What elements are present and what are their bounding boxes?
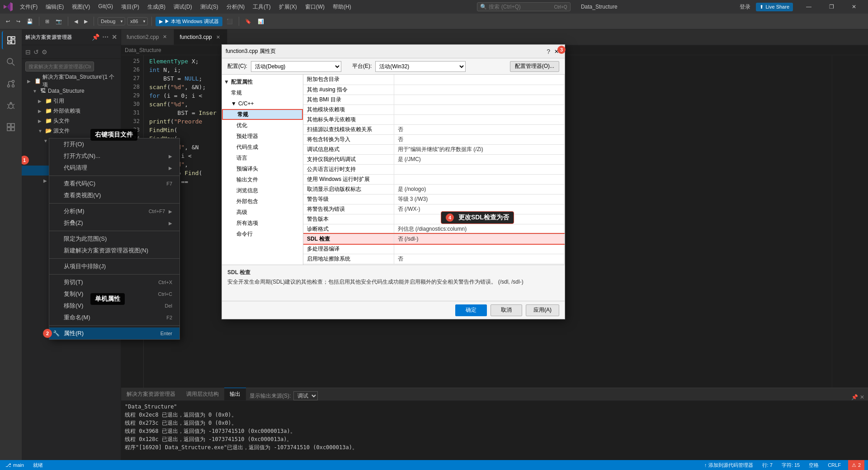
menu-test[interactable]: 测试(S) bbox=[197, 1, 222, 13]
menu-project[interactable]: 项目(P) bbox=[118, 1, 143, 13]
status-errors[interactable]: ⚠ 2 bbox=[848, 460, 864, 470]
menu-git[interactable]: Git(G) bbox=[94, 1, 117, 13]
toolbar-back[interactable]: ◀ bbox=[72, 17, 80, 26]
prop-diagnostics[interactable]: 诊断格式 列信息 (/diagnostics:column) bbox=[303, 224, 565, 234]
menu-tools[interactable]: 工具(T) bbox=[249, 1, 274, 13]
toolbar-chart[interactable]: 📊 bbox=[255, 17, 266, 26]
prop-sdl[interactable]: SDL 检查 否 (/sdl-) bbox=[303, 234, 565, 244]
prop-clr[interactable]: 公共语言运行时支持 bbox=[303, 164, 565, 174]
sidebar-item-external-deps[interactable]: ▶ 📁 外部依赖项 bbox=[22, 106, 121, 116]
toolbar-cam[interactable]: 📷 bbox=[53, 17, 64, 26]
tab-function2-close[interactable]: ✕ bbox=[161, 33, 168, 40]
sidebar-item-references[interactable]: ▶ 📁 引用 bbox=[22, 96, 121, 106]
dialog-tree-precompiled[interactable]: 预编译头 bbox=[222, 163, 303, 174]
context-exclude[interactable]: 从项目中排除(J) bbox=[121, 261, 179, 272]
sidebar-close-icon[interactable]: ✕ bbox=[112, 33, 118, 41]
solution-node[interactable]: ▶ 📋 解决方案'Data_Structure'(1 个项 bbox=[22, 76, 121, 86]
prop-warning-level[interactable]: 警告等级 等级 3 (/W3) bbox=[303, 194, 565, 204]
prop-convert-include[interactable]: 将包含转换为导入 否 bbox=[303, 134, 565, 144]
toolbar-git[interactable]: ⊞ bbox=[43, 17, 52, 26]
activity-explorer[interactable] bbox=[2, 31, 20, 49]
prop-scan-source[interactable]: 扫描源以查找模块依赖关系 否 bbox=[303, 124, 565, 134]
context-view-code[interactable]: 查看代码(C) F7 bbox=[121, 178, 179, 190]
menu-analyze[interactable]: 分析(N) bbox=[223, 1, 249, 13]
context-copy[interactable]: 复制(V) Ctrl+C bbox=[121, 288, 179, 300]
sidebar-pin-icon[interactable]: 📌 bbox=[92, 33, 100, 41]
menu-view[interactable]: 视图(V) bbox=[68, 1, 94, 13]
output-panel-close[interactable]: ✕ bbox=[860, 394, 864, 400]
tab-function2[interactable]: function2.cpp ✕ bbox=[121, 29, 174, 45]
dialog-tree-cpp[interactable]: ▼ C/C++ bbox=[222, 98, 303, 109]
tab-call-hierarchy[interactable]: 调用层次结构 bbox=[181, 388, 224, 400]
toolbar-redo[interactable]: ↪ bbox=[14, 17, 23, 26]
maximize-button[interactable]: ❐ bbox=[821, 0, 842, 14]
live-share-button[interactable]: ⬆ Live Share bbox=[756, 3, 793, 11]
sidebar-item-headers[interactable]: ▶ 📁 头文件 bbox=[22, 116, 121, 126]
dialog-tree-external[interactable]: 外部包含 bbox=[222, 196, 303, 207]
dialog-cancel-button[interactable]: 取消 bbox=[491, 304, 522, 316]
status-indent[interactable]: 空格 bbox=[807, 460, 821, 470]
context-scope[interactable]: 限定为此范围(S) bbox=[121, 233, 179, 245]
debug-config-select[interactable]: Debug bbox=[98, 17, 125, 25]
status-crlf[interactable]: CRLF bbox=[826, 460, 843, 470]
context-collapse[interactable]: 折叠(Z) ▶ bbox=[121, 217, 179, 229]
menu-file[interactable]: 文件(F) bbox=[16, 1, 41, 13]
menu-extensions[interactable]: 扩展(X) bbox=[275, 1, 301, 13]
close-button[interactable]: ✕ bbox=[844, 0, 864, 14]
context-remove[interactable]: 移除(V) Del bbox=[121, 300, 179, 312]
status-line[interactable]: 行: 7 bbox=[760, 460, 774, 470]
context-cut[interactable]: 剪切(T) Ctrl+X bbox=[121, 276, 179, 288]
context-properties[interactable]: 🔧 属性(R) Enter 2 bbox=[121, 328, 179, 339]
prop-other-using[interactable]: 其他 #using 指令 bbox=[303, 85, 565, 95]
prop-debug-format[interactable]: 调试信息格式 用于"编辑并继续"的程序数据库 (/Zi) bbox=[303, 144, 565, 154]
dialog-tree-optimize[interactable]: 优化 bbox=[222, 120, 303, 131]
toolbar-breakpoint[interactable]: 🔖 bbox=[243, 17, 254, 26]
dialog-tree-advanced[interactable]: 高级 bbox=[222, 207, 303, 218]
dialog-tree-cpp-general[interactable]: 常规 3 bbox=[222, 109, 303, 120]
prop-module-dep[interactable]: 其他模块依赖项 bbox=[303, 104, 565, 114]
dialog-tree-language[interactable]: 语言 bbox=[222, 152, 303, 163]
menu-window[interactable]: 窗口(W) bbox=[302, 1, 328, 13]
dialog-tree-output[interactable]: 输出文件 bbox=[222, 174, 303, 185]
tab-function3[interactable]: function3.cpp ✕ bbox=[174, 29, 227, 45]
prop-warning-version[interactable]: 警告版本 bbox=[303, 214, 565, 224]
dialog-confirm-button[interactable]: 确定 bbox=[455, 304, 487, 316]
login-button[interactable]: 登录 bbox=[740, 3, 750, 11]
dialog-platform-select[interactable]: 活动(Win32) bbox=[375, 61, 466, 72]
menu-build[interactable]: 生成(B) bbox=[144, 1, 169, 13]
status-char[interactable]: 字符: 15 bbox=[780, 460, 802, 470]
sidebar-search-input[interactable] bbox=[25, 62, 94, 71]
dialog-tree-preprocessor[interactable]: 预处理器 bbox=[222, 131, 303, 142]
platform-select[interactable]: x86 bbox=[127, 17, 148, 25]
run-debugger-button[interactable]: ▶ ▶ 本地 Windows 调试器 bbox=[156, 17, 222, 26]
activity-git[interactable] bbox=[2, 75, 20, 93]
menu-edit[interactable]: 编辑(E) bbox=[42, 1, 67, 13]
status-ready[interactable]: 就绪 bbox=[31, 460, 45, 470]
tab-function3-close[interactable]: ✕ bbox=[215, 34, 222, 41]
prop-asan[interactable]: 启用地址擦除系统 否 bbox=[303, 254, 565, 264]
prop-header-unit[interactable]: 其他标头单元依赖项 bbox=[303, 114, 565, 124]
toolbar-target[interactable]: ⬛ bbox=[224, 17, 235, 26]
prop-winrt[interactable]: 使用 Windows 运行时扩展 bbox=[303, 174, 565, 184]
dialog-tree-all-options[interactable]: 所有选项 bbox=[222, 218, 303, 228]
prop-bmi[interactable]: 其他 BMI 目录 bbox=[303, 95, 565, 104]
prop-additional-include[interactable]: 附加包含目录 bbox=[303, 75, 565, 85]
context-code-cleanup[interactable]: 代码清理 ▶ bbox=[121, 162, 179, 174]
output-source-select[interactable]: 调试 bbox=[293, 391, 318, 400]
context-rename[interactable]: 重命名(M) F2 bbox=[121, 312, 179, 323]
toolbar-undo[interactable]: ↩ bbox=[4, 17, 12, 26]
sidebar-collapse-icon[interactable]: ⊟ bbox=[25, 48, 31, 56]
toolbar-save[interactable]: 💾 bbox=[24, 17, 35, 26]
output-panel-pin[interactable]: 📌 bbox=[851, 394, 858, 400]
dialog-apply-button[interactable]: 应用(A) bbox=[526, 304, 559, 316]
dialog-tree-browse[interactable]: 浏览信息 bbox=[222, 185, 303, 196]
dialog-tree-config-props[interactable]: ▼ 配置属性 bbox=[222, 76, 303, 87]
menu-help[interactable]: 帮助(H) bbox=[329, 1, 355, 13]
sidebar-refresh-icon[interactable]: ↺ bbox=[33, 48, 39, 56]
sidebar-filter-icon[interactable]: ⚙ bbox=[42, 48, 47, 56]
menu-debug[interactable]: 调试(D) bbox=[170, 1, 196, 13]
context-analyze[interactable]: 分析(M) Ctrl+F7 ▶ bbox=[121, 205, 179, 217]
status-add-source[interactable]: ↑ 添加到源代码管理器 bbox=[703, 460, 755, 470]
context-class-view[interactable]: 查看类视图(V) bbox=[121, 190, 179, 201]
status-git[interactable]: ⎇ main bbox=[4, 460, 26, 470]
